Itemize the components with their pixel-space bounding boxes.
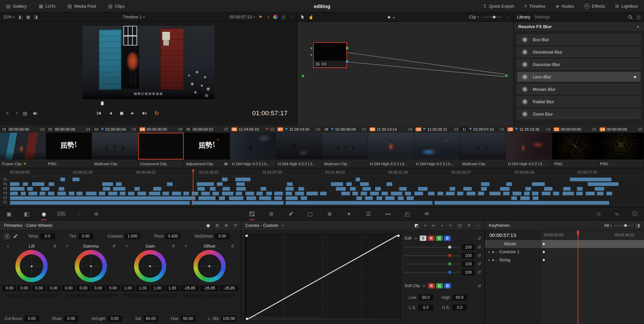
clip-thumbnail[interactable] xyxy=(230,133,276,159)
clip-12[interactable]: 12⚑11:26:23:35V4H.264 High 4:2:2 L5... xyxy=(506,126,552,168)
timeline-clip-segment[interactable] xyxy=(286,201,432,205)
timeline-clip-segment[interactable] xyxy=(586,192,594,195)
link-icon[interactable]: ∞ xyxy=(422,283,425,288)
timeline-clip-segment[interactable] xyxy=(167,182,173,186)
timeline-clip-segment[interactable] xyxy=(341,192,350,195)
timeline-clip-segment[interactable] xyxy=(606,192,612,195)
timeline-clip-segment[interactable] xyxy=(405,192,411,195)
auto-balance-icon[interactable]: A xyxy=(4,234,10,239)
reset-icon[interactable]: ↺ xyxy=(231,244,234,249)
timeline-clip-segment[interactable] xyxy=(563,187,571,191)
keyframe-marker[interactable] xyxy=(543,251,545,253)
soft-clip-b-button[interactable]: B xyxy=(444,283,451,288)
timeline-clip-segment[interactable] xyxy=(246,196,256,200)
wheel-value[interactable]: 0.00 xyxy=(47,285,60,291)
timeline-clip-segment[interactable] xyxy=(149,192,160,195)
reset-icon[interactable]: ↺ xyxy=(467,223,471,228)
timeline-clip-segment[interactable] xyxy=(102,182,113,186)
clip-02[interactable]: 0200:00:00:00V4屈勢!PNG xyxy=(46,126,92,168)
slider-handle[interactable] xyxy=(448,254,451,257)
field-value[interactable]: 0.00 xyxy=(107,316,122,322)
timeline-clip-segment[interactable] xyxy=(298,187,304,191)
hue-icon[interactable]: ◐ xyxy=(424,223,427,228)
timeline-clip-segment[interactable] xyxy=(32,182,44,186)
field-value[interactable]: 100.00 xyxy=(221,316,236,322)
node-zoom-slider[interactable] xyxy=(483,17,502,17)
viewer-canvas[interactable]: 細雨幻燈佈景迷路 xyxy=(82,26,215,99)
timeline-clip-segment[interactable] xyxy=(10,192,18,195)
timeline-select[interactable]: Timeline 1▾ xyxy=(123,15,145,19)
timeline-clip-segment[interactable] xyxy=(286,196,298,200)
wheels-mode-icon[interactable]: ◉ xyxy=(206,223,210,228)
library-item-box-blur[interactable]: Box Blur xyxy=(517,35,641,45)
timeline-clip-segment[interactable] xyxy=(577,187,583,191)
field-value[interactable]: 0.00 xyxy=(78,233,93,239)
library-item-lens-blur[interactable]: Lens Blur★ xyxy=(517,72,641,82)
timeline-clip-segment[interactable] xyxy=(457,192,464,195)
timeline-clip-segment[interactable] xyxy=(382,192,388,195)
magic-mask-icon[interactable]: ✦ xyxy=(345,210,353,217)
crosshair-icon[interactable]: + xyxy=(66,244,69,249)
channel-value[interactable]: 100 xyxy=(462,261,475,267)
timeline-clip-segment[interactable] xyxy=(503,192,510,195)
timeline-clip-segment[interactable] xyxy=(10,187,24,191)
timeline-clip-segment[interactable] xyxy=(235,178,250,181)
timeline-clip-segment[interactable] xyxy=(418,187,427,191)
soft-clip-r-button[interactable]: R xyxy=(428,283,435,288)
timeline-clip-segment[interactable] xyxy=(163,192,169,195)
timeline-clip-segment[interactable] xyxy=(362,187,370,191)
clip-01[interactable]: 0100:00:00:00V3Fusion Clip✦ xyxy=(0,126,46,168)
search-icon[interactable] xyxy=(628,15,633,19)
collapse-icon[interactable]: ∧ xyxy=(637,24,639,29)
rgb-output-handle[interactable] xyxy=(346,47,348,49)
topbar-button-media-pool[interactable]: ▧Media Pool xyxy=(67,3,96,9)
field-value[interactable]: 50.0 xyxy=(452,295,467,301)
timeline-clip-segment[interactable] xyxy=(524,192,530,195)
reset-icon[interactable]: ↺ xyxy=(233,223,237,228)
field-value[interactable]: 0.0 xyxy=(40,233,55,239)
keyframes-panel-icon[interactable]: ◇ xyxy=(595,210,602,217)
color-wheel-gain[interactable] xyxy=(134,250,166,282)
timeline-clip-segment[interactable] xyxy=(76,192,83,195)
wheel-value[interactable]: 0.00 xyxy=(17,285,31,291)
clip-thumbnail[interactable]: 屈勢! xyxy=(184,133,230,159)
crosshair-icon[interactable]: + xyxy=(7,244,9,249)
timeline-clip-segment[interactable] xyxy=(108,192,117,195)
key-output-handle[interactable] xyxy=(346,60,348,63)
clip-08[interactable]: 08⚑01:00:06:09V1Multicam Clip xyxy=(322,126,368,168)
timeline-clip-segment[interactable] xyxy=(356,178,360,181)
channel-value[interactable]: 100 xyxy=(462,253,475,259)
expand-icon[interactable]: ◳ xyxy=(282,14,286,19)
channel-y-button[interactable]: Y xyxy=(420,236,426,241)
timeline-clip-segment[interactable] xyxy=(387,182,392,186)
wipe-modes-icon[interactable]: ▤ xyxy=(23,111,27,116)
timeline-clip-segment[interactable] xyxy=(213,192,219,195)
timeline-clip-segment[interactable] xyxy=(183,192,189,195)
timeline-clip-segment[interactable] xyxy=(23,182,28,186)
keyframe-row-corrector-1[interactable]: ●◆›Corrector 1 xyxy=(485,248,644,256)
chevron-right-icon[interactable]: › xyxy=(496,250,497,254)
keyframes-filter-select[interactable]: All▾ xyxy=(604,223,612,228)
viewer-zoom-select[interactable]: 21%▾ xyxy=(3,15,15,19)
chevron-right-icon[interactable]: › xyxy=(496,258,497,262)
timeline-clip-segment[interactable] xyxy=(414,192,423,195)
clip-10[interactable]: 10⚑11:33:35:11V3H.264 High 4:2:2 L5... xyxy=(414,126,460,168)
timeline-clip-segment[interactable] xyxy=(352,192,358,195)
topbar-button-nodes[interactable]: ◈Nodes xyxy=(555,3,574,9)
reset-icon[interactable]: ↺ xyxy=(477,283,481,288)
timeline-clip-segment[interactable] xyxy=(113,187,126,191)
library-item-zoom-blur[interactable]: Zoom Blur xyxy=(517,109,641,119)
timeline-clip-segment[interactable] xyxy=(222,192,233,195)
enable-dot-icon[interactable]: ● xyxy=(488,250,490,254)
timeline-clip-segment[interactable] xyxy=(595,187,604,191)
timeline-ruler[interactable]: 01:00:00:0001:00:21:2301:00:43:2201:01:0… xyxy=(10,170,641,176)
timeline-clip-segment[interactable] xyxy=(525,187,531,191)
curve-point-white[interactable] xyxy=(397,235,400,237)
cursor-icon[interactable] xyxy=(301,15,304,19)
timeline-clip-segment[interactable] xyxy=(481,187,487,191)
timeline-clip-segment[interactable] xyxy=(197,182,214,186)
timeline-clip-segment[interactable] xyxy=(336,187,345,191)
wheel-value[interactable]: 0.00 xyxy=(62,285,75,291)
wheel-value[interactable]: -26.85 xyxy=(220,285,238,291)
timeline-clip-segment[interactable] xyxy=(260,187,266,191)
